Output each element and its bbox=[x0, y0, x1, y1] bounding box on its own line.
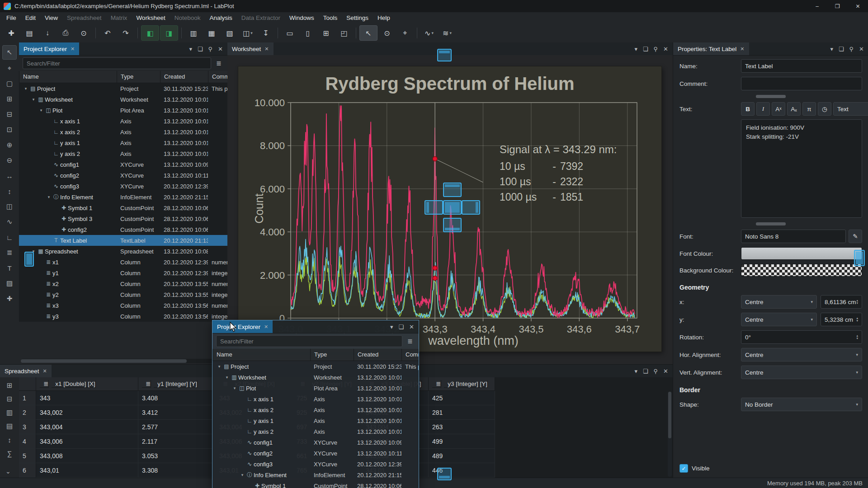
toolbar-button[interactable]: ⊙ ▾ bbox=[378, 26, 396, 40]
dock-float-icon[interactable]: ❏ bbox=[198, 46, 203, 52]
dock-close-icon[interactable]: ✕ bbox=[859, 46, 864, 52]
y-offset-spinbox[interactable]: 5,3238 cm ▴▾ bbox=[821, 313, 862, 326]
row-number[interactable]: 5 bbox=[19, 449, 36, 463]
menu-item[interactable]: File bbox=[2, 12, 21, 23]
tab-spreadsheet[interactable]: Spreadsheet ✕ bbox=[0, 365, 52, 377]
floating-project-explorer[interactable]: Project Explorer ✕ ▾ ❏ ✕ ≣ NameTypeCreat… bbox=[212, 320, 419, 488]
toolbar-button[interactable]: ▾ bbox=[95, 28, 96, 38]
toolbar-button[interactable]: ◰ ▾ bbox=[335, 26, 353, 40]
side-toolbar-button[interactable]: ∑ bbox=[3, 447, 16, 460]
expand-arrow-icon[interactable]: ▾ bbox=[23, 86, 29, 91]
tab-close-icon[interactable]: ✕ bbox=[43, 368, 47, 374]
side-toolbar-button[interactable]: ↕ bbox=[3, 184, 16, 198]
menu-item[interactable]: Notebook bbox=[170, 12, 205, 23]
horizontal-scrollbar[interactable] bbox=[21, 359, 223, 363]
tree-header-cell[interactable]: Created bbox=[160, 71, 208, 83]
border-shape-combo[interactable]: No Border ▾ bbox=[741, 398, 862, 411]
dock-close-icon[interactable]: ✕ bbox=[218, 46, 223, 52]
cell[interactable]: 343,01 bbox=[36, 463, 138, 478]
tree-row[interactable]: ∟ y axis 2 Axis 13.12.2020 10:01 bbox=[19, 148, 227, 159]
text-mode-combo[interactable]: Text ▾ bbox=[833, 102, 868, 116]
side-toolbar-button[interactable]: T bbox=[3, 261, 16, 275]
cell[interactable]: 2.577 bbox=[138, 420, 216, 434]
side-toolbar-button[interactable]: ⊕ bbox=[3, 138, 16, 152]
hor-alignment-combo[interactable]: Centre ▾ bbox=[741, 348, 862, 361]
toolbar-button[interactable]: ✚ ▾ bbox=[3, 26, 20, 40]
side-toolbar-button[interactable]: ↖ bbox=[2, 45, 17, 60]
tree-header-cell[interactable]: Commen bbox=[401, 349, 419, 361]
menu-item[interactable]: Windows bbox=[285, 12, 319, 23]
toolbar-button[interactable]: ⎙ ▾ bbox=[57, 26, 74, 40]
tree-row[interactable]: ✚ Symbol 1 CustomPoint 28.12.2020 10:06 bbox=[19, 202, 227, 213]
search-input[interactable] bbox=[23, 57, 211, 69]
row-number[interactable]: 2 bbox=[19, 405, 36, 420]
dock-float-icon[interactable]: ❏ bbox=[398, 324, 404, 330]
dock-close-icon[interactable]: ✕ bbox=[663, 46, 668, 52]
dock-pin-icon[interactable]: ⚲ bbox=[849, 46, 854, 52]
dock-close-icon[interactable]: ✕ bbox=[409, 324, 414, 330]
visible-checkbox[interactable]: ✓ bbox=[679, 464, 688, 473]
cell[interactable]: 499 bbox=[429, 434, 495, 449]
toolbar-button[interactable]: ↖ ▾ bbox=[359, 25, 377, 41]
menu-item[interactable]: Help bbox=[373, 12, 395, 23]
superscript-button[interactable]: Aˣ bbox=[772, 102, 785, 116]
y-axis-label[interactable]: Count bbox=[253, 191, 266, 227]
row-number[interactable]: 1 bbox=[19, 391, 36, 405]
dock-menu-icon[interactable]: ▾ bbox=[830, 46, 833, 52]
row-number[interactable]: 3 bbox=[19, 420, 36, 434]
tree-row[interactable]: ≣ y3 Column 20.12.2020 13:56 integer da bbox=[19, 311, 227, 322]
menu-item[interactable]: Worksheet bbox=[132, 12, 170, 23]
expand-arrow-icon[interactable]: ▾ bbox=[224, 375, 230, 380]
row-number[interactable]: 6 bbox=[19, 463, 36, 478]
cell[interactable]: 281 bbox=[429, 405, 495, 420]
plot-title[interactable]: Rydberg Spectrum of Helium bbox=[238, 74, 661, 94]
tree-row[interactable]: ✚ Symbol 1 CustomPoint 28.12.2020 10:06 bbox=[212, 480, 419, 488]
tab-close-icon[interactable]: ✕ bbox=[71, 46, 75, 52]
filter-options-icon[interactable]: ≣ bbox=[214, 60, 224, 67]
toolbar-button[interactable]: ▭ ▾ bbox=[281, 26, 298, 40]
side-toolbar-button[interactable]: ◫ bbox=[3, 200, 16, 213]
toolbar-button[interactable]: ≋ ▾ bbox=[439, 26, 456, 40]
tab-close-icon[interactable]: ✕ bbox=[264, 46, 269, 52]
side-toolbar-button[interactable]: ⊞ bbox=[3, 92, 16, 106]
dock-menu-icon[interactable]: ▾ bbox=[189, 46, 192, 52]
name-field[interactable] bbox=[741, 59, 862, 73]
tree-row[interactable]: ≣ x2 Column 20.12.2020 13:55 numerical bbox=[19, 278, 227, 289]
cell[interactable]: 343,008 bbox=[36, 449, 138, 463]
tree-row[interactable]: ∟ x axis 2 Axis 13.12.2020 10:01 bbox=[212, 404, 419, 415]
tree-header[interactable]: NameTypeCreatedCommen bbox=[19, 71, 227, 83]
cell[interactable]: 489 bbox=[429, 449, 495, 463]
tree-row[interactable]: ∟ x axis 2 Axis 13.12.2020 10:01 bbox=[19, 127, 227, 137]
tab-project-explorer-floating[interactable]: Project Explorer ✕ bbox=[212, 320, 273, 333]
toolbar-button[interactable]: ◨ ▾ bbox=[160, 25, 178, 41]
side-toolbar-button[interactable]: ⊡ bbox=[3, 123, 16, 136]
vert-alignment-combo[interactable]: Centre ▾ bbox=[741, 366, 862, 379]
tree-row[interactable]: ≣ x1 Column 20.12.2020 12:39 numerical bbox=[19, 257, 227, 267]
column-header[interactable]: ≣y3 [Integer] [Y] bbox=[429, 377, 495, 391]
side-toolbar-button[interactable]: ⊖ bbox=[3, 154, 16, 167]
expand-arrow-icon[interactable]: ▾ bbox=[216, 364, 222, 369]
tree-row[interactable]: ∿ config2 XYCurve 13.12.2020 10:11 bbox=[19, 170, 227, 181]
dock-menu-icon[interactable]: ▾ bbox=[634, 46, 637, 52]
tree-row[interactable]: T Text Label TextLabel 20.12.2020 21:13 bbox=[19, 235, 227, 246]
side-toolbar-button[interactable]: ⊟ bbox=[3, 108, 16, 121]
expand-arrow-icon[interactable]: ▾ bbox=[231, 386, 238, 390]
tree-header-cell[interactable]: Commen bbox=[208, 71, 227, 83]
cell[interactable]: 3.053 bbox=[138, 449, 216, 463]
toolbar-button[interactable]: ◧ ▾ bbox=[141, 25, 159, 41]
tree-row[interactable]: ∟ y axis 1 Axis 13.12.2020 10:01 bbox=[19, 137, 227, 148]
tree-row[interactable]: ≣ y1 Column 20.12.2020 12:39 integer da bbox=[19, 267, 227, 278]
toolbar-button[interactable]: ∿ ▾ bbox=[420, 26, 438, 40]
side-toolbar-button[interactable]: ⌖ bbox=[3, 61, 16, 75]
toolbar-button[interactable]: ▾ bbox=[356, 28, 356, 38]
dock-float-icon[interactable]: ❏ bbox=[839, 46, 844, 52]
toolbar-button[interactable]: ⌖ ▾ bbox=[396, 26, 414, 40]
dock-close-icon[interactable]: ✕ bbox=[663, 368, 668, 375]
menu-item[interactable]: Tools bbox=[319, 12, 342, 23]
side-toolbar-button[interactable]: ⊞ bbox=[3, 379, 16, 392]
restore-button[interactable]: ❐ bbox=[827, 0, 848, 12]
side-toolbar-button[interactable]: ▢ bbox=[3, 77, 16, 90]
menu-item[interactable]: Matrix bbox=[106, 12, 132, 23]
dock-float-icon[interactable]: ❏ bbox=[643, 46, 648, 52]
menu-item[interactable]: Settings bbox=[342, 12, 373, 23]
